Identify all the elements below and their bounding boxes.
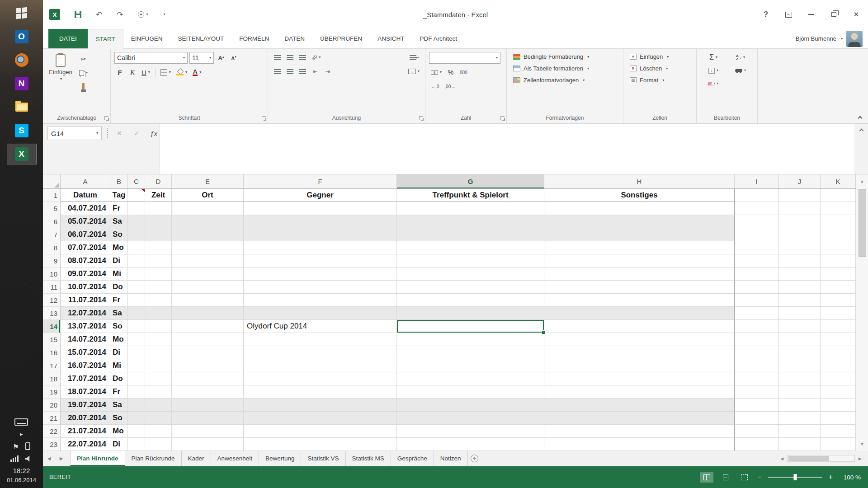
- cell-I7[interactable]: [735, 228, 779, 241]
- cell-H16[interactable]: [544, 346, 735, 359]
- cell-B5[interactable]: Fr: [110, 202, 128, 215]
- cell-E18[interactable]: [172, 372, 244, 385]
- sheet-tab-bewertung[interactable]: Bewertung: [259, 451, 302, 466]
- cell-K11[interactable]: [821, 281, 856, 294]
- cell-D12[interactable]: [145, 294, 172, 307]
- sheet-nav-left-icon[interactable]: ◀: [43, 451, 55, 466]
- scroll-right-icon[interactable]: ▶: [857, 456, 863, 461]
- cell-A21[interactable]: 20.07.2014: [61, 412, 110, 425]
- cell-I16[interactable]: [735, 346, 779, 359]
- taskbar-icon-excel[interactable]: X: [7, 144, 37, 164]
- cell-E1[interactable]: Ort: [172, 189, 244, 202]
- cell-G13[interactable]: [397, 307, 544, 320]
- cell-D15[interactable]: [145, 333, 172, 346]
- sheet-tab-plan-hinrunde[interactable]: Plan Hinrunde: [70, 451, 125, 466]
- ribbon-display-options-button[interactable]: [785, 12, 792, 18]
- cell-D20[interactable]: [145, 399, 172, 412]
- cell-J23[interactable]: [779, 438, 821, 451]
- save-button[interactable]: [75, 11, 81, 18]
- scroll-left-icon[interactable]: ◀: [778, 456, 785, 461]
- find-select-button[interactable]: ▾: [727, 65, 754, 76]
- cell-D13[interactable]: [145, 307, 172, 320]
- cell-G9[interactable]: [397, 254, 544, 267]
- cell-B16[interactable]: Di: [110, 346, 128, 359]
- autosum-button[interactable]: Σ▾: [700, 52, 726, 63]
- wrap-text-button[interactable]: ↩: [408, 52, 421, 63]
- row-header-6[interactable]: 6: [43, 215, 61, 228]
- cell-F1[interactable]: Gegner: [244, 189, 397, 202]
- cell-J6[interactable]: [779, 215, 821, 228]
- cell-B17[interactable]: Mi: [110, 359, 128, 372]
- format-cells-button[interactable]: ▦ Format ▾: [627, 75, 693, 85]
- row-header-18[interactable]: 18: [43, 372, 61, 385]
- sheet-tab-plan-rückrunde[interactable]: Plan Rückrunde: [125, 451, 182, 466]
- clock-time[interactable]: 18:22: [13, 467, 30, 474]
- align-right-button[interactable]: [297, 66, 308, 77]
- align-left-button[interactable]: [272, 66, 283, 77]
- cell-C5[interactable]: [128, 202, 145, 215]
- column-header-D[interactable]: D: [145, 174, 172, 188]
- cell-C12[interactable]: [128, 294, 145, 307]
- ribbon-tab-ansicht[interactable]: ANSICHT: [370, 29, 412, 48]
- row-header-12[interactable]: 12: [43, 294, 61, 307]
- cell-C13[interactable]: [128, 307, 145, 320]
- cell-G19[interactable]: [397, 385, 544, 399]
- cell-C19[interactable]: [128, 385, 145, 399]
- cell-F6[interactable]: [244, 215, 397, 228]
- cell-F16[interactable]: [244, 346, 397, 359]
- cell-B23[interactable]: Di: [110, 438, 128, 451]
- cell-A12[interactable]: 11.07.2014: [61, 294, 110, 307]
- cell-C1[interactable]: [128, 189, 145, 202]
- enter-button[interactable]: ✓: [131, 127, 142, 140]
- cell-K14[interactable]: [821, 320, 856, 333]
- collapse-formula-bar-button[interactable]: [854, 124, 868, 174]
- cell-I14[interactable]: [735, 320, 779, 333]
- cell-J14[interactable]: [779, 320, 821, 333]
- row-header-13[interactable]: 13: [43, 307, 61, 320]
- cell-F11[interactable]: [244, 281, 397, 294]
- cell-A18[interactable]: 17.07.2014: [61, 372, 110, 385]
- cell-A9[interactable]: 08.07.2014: [61, 254, 110, 267]
- cell-H5[interactable]: [544, 202, 735, 215]
- cell-A8[interactable]: 07.07.2014: [61, 241, 110, 254]
- column-header-K[interactable]: K: [821, 174, 856, 188]
- underline-button[interactable]: U▾: [140, 67, 152, 78]
- italic-button[interactable]: K: [127, 67, 138, 78]
- format-painter-button[interactable]: [77, 81, 90, 92]
- cell-J10[interactable]: [779, 267, 821, 281]
- cell-A22[interactable]: 21.07.2014: [61, 425, 110, 438]
- cell-G14[interactable]: [397, 320, 544, 333]
- dialog-launcher-icon[interactable]: [500, 116, 505, 120]
- sheet-tab-statistik-ms[interactable]: Statistik MS: [346, 451, 391, 466]
- cell-G10[interactable]: [397, 267, 544, 281]
- scroll-up-icon[interactable]: ▲: [856, 174, 868, 188]
- cell-B12[interactable]: Fr: [110, 294, 128, 307]
- cell-D1[interactable]: Zeit: [145, 189, 172, 202]
- cell-H7[interactable]: [544, 228, 735, 241]
- cell-D6[interactable]: [145, 215, 172, 228]
- cell-G7[interactable]: [397, 228, 544, 241]
- orientation-button[interactable]: ab▾: [310, 52, 322, 63]
- cell-J20[interactable]: [779, 399, 821, 412]
- taskbar-icon-firefox[interactable]: [7, 50, 37, 70]
- cell-E20[interactable]: [172, 399, 244, 412]
- cell-K19[interactable]: [821, 385, 856, 399]
- cell-H17[interactable]: [544, 359, 735, 372]
- cell-K17[interactable]: [821, 359, 856, 372]
- cell-H15[interactable]: [544, 333, 735, 346]
- cell-D17[interactable]: [145, 359, 172, 372]
- ribbon-tab-datei[interactable]: DATEI: [48, 29, 88, 48]
- row-header-20[interactable]: 20: [43, 399, 61, 412]
- cell-F15[interactable]: [244, 333, 397, 346]
- cell-G6[interactable]: [397, 215, 544, 228]
- row-header-10[interactable]: 10: [43, 267, 61, 281]
- cell-K16[interactable]: [821, 346, 856, 359]
- cell-K18[interactable]: [821, 372, 856, 385]
- cell-G11[interactable]: [397, 281, 544, 294]
- cell-C7[interactable]: [128, 228, 145, 241]
- clock-date[interactable]: 01.06.2014: [7, 477, 36, 483]
- cell-I15[interactable]: [735, 333, 779, 346]
- cell-H21[interactable]: [544, 412, 735, 425]
- comma-style-button[interactable]: 000: [458, 67, 469, 78]
- cell-I10[interactable]: [735, 267, 779, 281]
